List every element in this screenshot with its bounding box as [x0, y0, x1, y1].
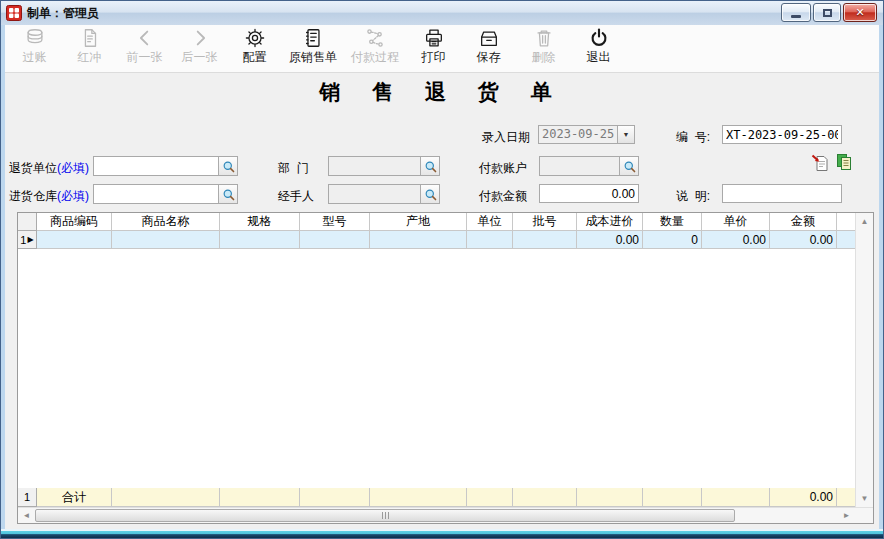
vertical-scroll-track[interactable] [856, 230, 873, 490]
magnifier-icon [424, 188, 437, 201]
cell-origin[interactable] [370, 231, 467, 249]
payment-account-input [540, 157, 619, 175]
payment-amount-input[interactable] [539, 184, 639, 203]
toolbar-button-post: 过账 [7, 27, 62, 71]
payment-account-lookup-button[interactable] [619, 157, 638, 175]
row-header-corner [18, 213, 37, 231]
close-icon: ✕ [855, 6, 864, 19]
summary-cell [702, 488, 770, 507]
warehouse-lookup-button[interactable] [218, 185, 237, 203]
summary-row: 1 合计 0.00 [18, 488, 855, 507]
handler-input [329, 185, 420, 203]
cell-product-code[interactable] [37, 231, 112, 249]
col-header-product-code: 商品编码 [37, 213, 112, 231]
remark-input[interactable] [722, 184, 842, 203]
vertical-scrollbar[interactable]: ▲ ▼ [855, 213, 873, 507]
chevron-left-icon [134, 27, 156, 49]
app-icon [6, 5, 22, 21]
window-title: 制单：管理员 [27, 5, 99, 22]
cell-cost-price[interactable]: 0.00 [577, 231, 643, 249]
col-header-quantity: 数量 [643, 213, 702, 231]
summary-cell [370, 488, 467, 507]
cell-unit-price[interactable]: 0.00 [702, 231, 770, 249]
payment-amount-label: 付款金额 [479, 188, 527, 205]
toolbar-button-delete: 删除 [516, 27, 571, 71]
scroll-up-icon[interactable]: ▲ [856, 213, 873, 230]
row-number: 1▶ [18, 231, 37, 249]
cell-model[interactable] [300, 231, 370, 249]
toolbar-button-original-sales-order[interactable]: 原销售单 [282, 27, 344, 71]
cell-quantity[interactable]: 0 [643, 231, 702, 249]
summary-label: 合计 [37, 488, 112, 507]
scroll-right-icon[interactable]: ► [838, 508, 855, 523]
toolbar-button-exit[interactable]: 退出 [571, 27, 626, 71]
title-bar: 制单：管理员 ✕ [1, 1, 883, 25]
power-icon [588, 27, 610, 49]
import-document-icon[interactable] [811, 153, 829, 171]
col-header-filler [837, 213, 855, 231]
horizontal-scrollbar-row: ◄ ► [18, 507, 873, 523]
app-window: 制单：管理员 ✕ 过账 红冲 前一张 后一张 [0, 0, 884, 539]
restore-button[interactable] [813, 3, 841, 22]
row-pointer-icon: ▶ [27, 236, 33, 244]
entry-date-combobox[interactable]: 2023-09-25 ▼ [538, 125, 635, 144]
trash-icon [533, 27, 555, 49]
col-header-product-name: 商品名称 [112, 213, 220, 231]
table-row: 1▶ 0.00 0 0.00 0.00 [18, 231, 855, 249]
col-header-spec: 规格 [220, 213, 300, 231]
printer-icon [423, 27, 445, 49]
cell-spec[interactable] [220, 231, 300, 249]
close-button[interactable]: ✕ [843, 3, 877, 22]
summary-cell [220, 488, 300, 507]
document-icon [79, 27, 101, 49]
payment-account-field [539, 156, 639, 176]
page-title: 销 售 退 货 单 [5, 78, 879, 106]
warehouse-label: 进货仓库(必填) [9, 188, 89, 205]
horizontal-scroll-track[interactable] [735, 508, 838, 523]
minimize-icon [791, 15, 801, 18]
scroll-down-icon[interactable]: ▼ [856, 490, 873, 507]
magnifier-icon [222, 160, 235, 173]
return-unit-lookup-button[interactable] [218, 157, 237, 175]
handler-label: 经手人 [278, 188, 314, 205]
magnifier-icon [222, 188, 235, 201]
summary-cell [513, 488, 577, 507]
scroll-left-icon[interactable]: ◄ [18, 508, 35, 523]
coins-icon [24, 27, 46, 49]
summary-row-count: 1 [18, 488, 37, 507]
grid-empty-area [18, 249, 855, 488]
minimize-button[interactable] [781, 3, 811, 22]
grid-header-row: 商品编码 商品名称 规格 型号 产地 单位 批号 成本进价 数量 单价 金额 [18, 213, 855, 231]
cell-unit[interactable] [467, 231, 513, 249]
col-header-amount: 金额 [770, 213, 837, 231]
cell-batch-no[interactable] [513, 231, 577, 249]
col-header-origin: 产地 [370, 213, 467, 231]
return-unit-input[interactable] [94, 157, 218, 175]
horizontal-scroll-thumb[interactable] [35, 509, 735, 522]
cell-product-name[interactable] [112, 231, 220, 249]
scrollbar-corner [855, 508, 873, 523]
toolbar: 过账 红冲 前一张 后一张 配置 原销售单 [5, 25, 879, 73]
handler-lookup-button[interactable] [420, 185, 439, 203]
window-bottom-border [1, 529, 883, 538]
col-header-unit-price: 单价 [702, 213, 770, 231]
magnifier-icon [424, 160, 437, 173]
warehouse-field [93, 184, 238, 204]
payment-account-label: 付款账户 [479, 160, 527, 177]
toolbar-button-save[interactable]: 保存 [461, 27, 516, 71]
toolbar-button-configure[interactable]: 配置 [227, 27, 282, 71]
client-area: 过账 红冲 前一张 后一张 配置 原销售单 [5, 25, 879, 529]
summary-cell [643, 488, 702, 507]
department-lookup-button[interactable] [420, 157, 439, 175]
horizontal-scrollbar[interactable]: ◄ ► [18, 508, 855, 523]
cell-amount[interactable]: 0.00 [770, 231, 837, 249]
toolbar-button-print[interactable]: 打印 [406, 27, 461, 71]
document-lines-icon [302, 27, 324, 49]
chevron-down-icon[interactable]: ▼ [617, 126, 634, 143]
copy-document-icon[interactable] [835, 153, 853, 171]
toolbar-button-payment-process: 付款过程 [344, 27, 406, 71]
summary-amount: 0.00 [770, 488, 837, 507]
col-header-batch-no: 批号 [513, 213, 577, 231]
warehouse-input[interactable] [94, 185, 218, 203]
doc-no-input[interactable] [722, 125, 842, 144]
